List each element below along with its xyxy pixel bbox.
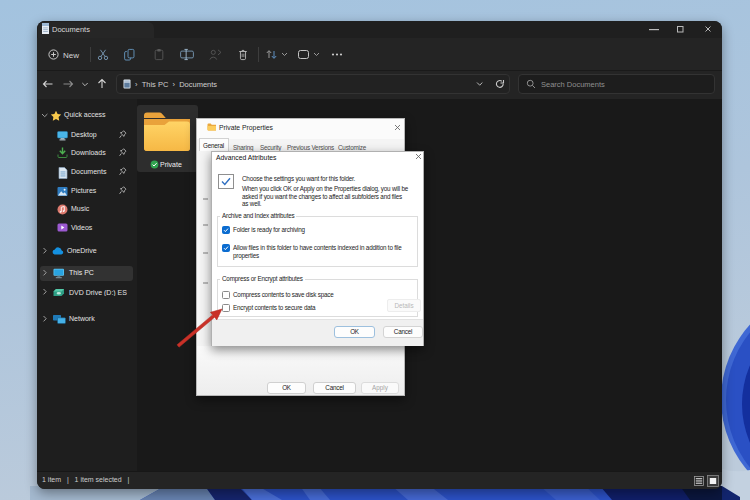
- svg-text:New: New: [63, 51, 79, 60]
